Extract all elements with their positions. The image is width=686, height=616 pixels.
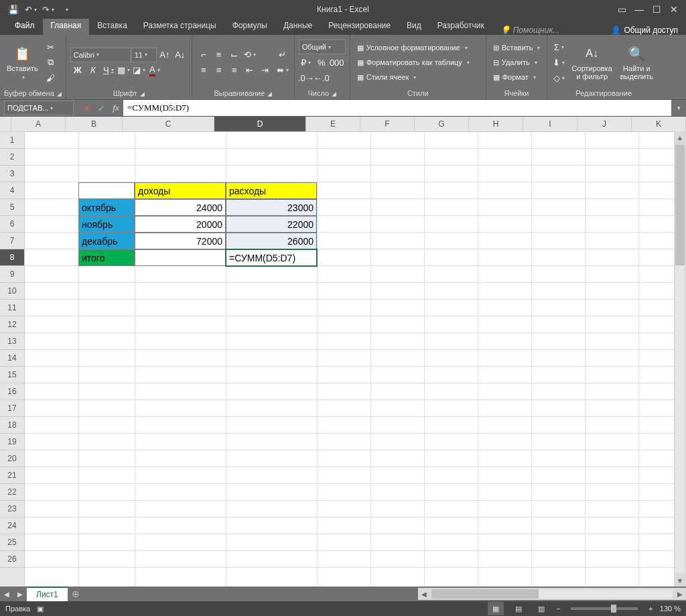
decrease-font-icon[interactable]: A↓ — [173, 48, 188, 62]
close-icon[interactable]: ✕ — [666, 1, 682, 17]
name-box[interactable]: ПОДСТАВ...▾ — [4, 101, 74, 115]
column-header-H[interactable]: H — [469, 117, 523, 131]
zoom-knob[interactable] — [611, 605, 616, 613]
increase-indent-icon[interactable]: ⇥ — [258, 63, 273, 78]
hscroll-thumb[interactable] — [431, 589, 539, 599]
cell-C8[interactable] — [135, 249, 226, 266]
align-bottom-icon[interactable]: ⌙ — [227, 48, 242, 62]
column-header-C[interactable]: C — [123, 117, 214, 131]
underline-button[interactable]: Ч▾ — [101, 63, 116, 78]
cell-C5[interactable]: 24000 — [135, 199, 226, 216]
column-header-J[interactable]: J — [577, 117, 632, 131]
autosum-icon[interactable]: Σ▾ — [551, 40, 566, 54]
view-page-break-icon[interactable]: ▥ — [533, 602, 549, 615]
cell-styles-button[interactable]: ▦ Стили ячеек▾ — [354, 70, 472, 84]
tab-data[interactable]: Данные — [275, 16, 320, 35]
row-header-9[interactable]: 9 — [0, 266, 24, 283]
active-cell[interactable]: =СУММ(D5:D7) — [225, 249, 318, 267]
cell-D7[interactable]: 26000 — [226, 233, 317, 249]
tab-formulas[interactable]: Формулы — [224, 16, 275, 35]
currency-icon[interactable]: ₽▾ — [299, 55, 314, 70]
vscroll-thumb[interactable] — [675, 145, 685, 265]
vertical-scrollbar[interactable]: ▲ ▼ — [674, 131, 686, 587]
cell-C4[interactable]: доходы — [135, 182, 226, 199]
cells-area[interactable]: доходырасходыоктябрьноябрьдекабрьитого24… — [25, 132, 686, 587]
cell-B7[interactable]: декабрь — [78, 233, 135, 249]
row-header-25[interactable]: 25 — [0, 534, 24, 551]
row-header-21[interactable]: 21 — [0, 467, 24, 484]
formula-input[interactable] — [123, 100, 671, 116]
new-sheet-icon[interactable]: ⊕ — [68, 589, 84, 599]
tab-developer[interactable]: Разработчик — [429, 16, 492, 35]
fx-icon[interactable]: fx — [109, 101, 123, 115]
font-name-select[interactable]: Calibri▾ — [70, 48, 131, 62]
find-select-button[interactable]: 🔍 Найти и выделить — [618, 43, 656, 82]
row-header-12[interactable]: 12 — [0, 316, 24, 333]
dialog-launcher-icon[interactable]: ◢ — [140, 90, 145, 97]
tell-me[interactable]: 💡 Помощник... — [492, 25, 567, 35]
sheet-tab[interactable]: Лист1 — [27, 587, 68, 601]
orientation-icon[interactable]: ⟲▾ — [243, 48, 257, 62]
cell-C6[interactable]: 20000 — [135, 216, 226, 233]
enter-icon[interactable]: ✓ — [94, 101, 109, 115]
share-button[interactable]: 👤 Общий доступ — [603, 25, 686, 35]
column-header-A[interactable]: A — [11, 117, 66, 131]
insert-cells-button[interactable]: ⊞ Вставить▾ — [490, 41, 543, 54]
column-header-B[interactable]: B — [66, 117, 123, 131]
expand-formula-bar-icon[interactable]: ▾ — [671, 101, 686, 115]
column-header-D[interactable]: D — [214, 117, 306, 131]
tab-insert[interactable]: Вставка — [89, 16, 135, 35]
cell-C7[interactable]: 72000 — [135, 233, 226, 249]
tab-view[interactable]: Вид — [399, 16, 429, 35]
bold-button[interactable]: Ж — [70, 63, 85, 78]
cut-icon[interactable]: ✂ — [44, 40, 58, 54]
select-all-corner[interactable] — [0, 117, 11, 131]
align-middle-icon[interactable]: ≡ — [212, 48, 226, 62]
align-left-icon[interactable]: ≡ — [196, 63, 211, 78]
column-header-F[interactable]: F — [360, 117, 415, 131]
tab-file[interactable]: Файл — [7, 16, 43, 35]
row-header-14[interactable]: 14 — [0, 350, 24, 367]
scroll-right-icon[interactable]: ▶ — [674, 588, 686, 600]
save-icon[interactable]: 💾 — [5, 1, 21, 17]
qat-customize-icon[interactable]: ▾ — [58, 1, 74, 17]
comma-icon[interactable]: 000 — [330, 55, 344, 70]
row-header-15[interactable]: 15 — [0, 367, 24, 383]
row-header-3[interactable]: 3 — [0, 166, 24, 182]
horizontal-scrollbar[interactable]: ◀ ▶ — [418, 588, 686, 600]
row-header-26[interactable]: 26 — [0, 551, 24, 568]
format-as-table-button[interactable]: ▦ Форматировать как таблицу▾ — [354, 56, 472, 69]
view-normal-icon[interactable]: ▦ — [488, 602, 504, 615]
tab-home[interactable]: Главная — [43, 16, 90, 35]
zoom-in-icon[interactable]: + — [648, 605, 653, 613]
cell-B5[interactable]: октябрь — [78, 199, 135, 216]
macro-record-icon[interactable]: ▣ — [37, 605, 44, 613]
dialog-launcher-icon[interactable]: ◢ — [267, 90, 272, 97]
row-header-13[interactable]: 13 — [0, 333, 24, 350]
number-format-select[interactable]: Общий▾ — [299, 40, 346, 54]
fill-icon[interactable]: ⬇▾ — [551, 55, 566, 70]
row-header-10[interactable]: 10 — [0, 283, 24, 300]
row-header-5[interactable]: 5 — [0, 199, 24, 216]
decrease-indent-icon[interactable]: ⇤ — [243, 63, 257, 78]
row-header-19[interactable]: 19 — [0, 434, 24, 450]
cell-D4[interactable]: расходы — [226, 182, 317, 199]
cell-D5[interactable]: 23000 — [226, 199, 317, 216]
decrease-decimal-icon[interactable]: ←.0 — [314, 70, 329, 85]
font-color-icon[interactable]: A▾ — [147, 63, 162, 78]
format-cells-button[interactable]: ▦ Формат▾ — [490, 70, 543, 84]
font-size-select[interactable]: 11▾ — [131, 48, 157, 62]
minimize-icon[interactable]: — — [631, 1, 647, 17]
sort-filter-button[interactable]: A↓ Сортировка и фильтр — [569, 43, 614, 82]
undo-icon[interactable]: ↶▾ — [23, 1, 39, 17]
tab-review[interactable]: Рецензирование — [320, 16, 399, 35]
delete-cells-button[interactable]: ⊟ Удалить▾ — [490, 56, 543, 69]
row-header-11[interactable]: 11 — [0, 300, 24, 316]
cell-B6[interactable]: ноябрь — [78, 216, 135, 233]
zoom-level[interactable]: 130 % — [660, 605, 681, 613]
percent-icon[interactable]: % — [314, 55, 329, 70]
row-header-16[interactable]: 16 — [0, 383, 24, 400]
clear-icon[interactable]: ◇▾ — [551, 70, 566, 85]
column-header-I[interactable]: I — [523, 117, 577, 131]
align-right-icon[interactable]: ≡ — [227, 63, 242, 78]
